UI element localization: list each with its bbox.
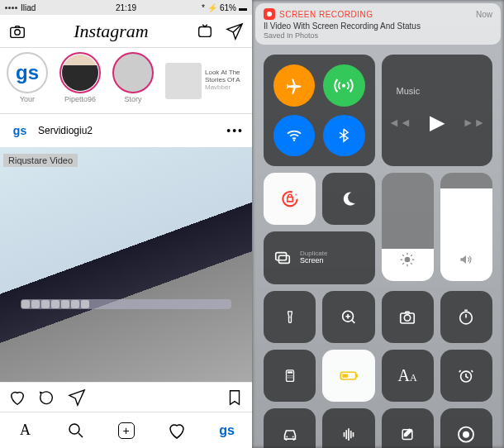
post-image[interactable]: Riqustare Video — [0, 147, 252, 382]
airplane-toggle[interactable] — [273, 64, 315, 107]
brightness-icon — [399, 251, 416, 271]
calculator-button[interactable] — [264, 350, 316, 402]
bottom-nav: A + gs — [0, 412, 252, 448]
stories-row: gs Your Pipetto96 Story Look At The Stor… — [0, 48, 252, 114]
notification-banner[interactable]: SCREEN RECORDING Now Il Video With Scree… — [255, 3, 501, 45]
notes-button[interactable] — [382, 408, 434, 448]
news-text: Look At The Stories Of A Mavbber — [205, 69, 240, 91]
control-center-screen: SCREEN RECORDING Now Il Video With Scree… — [252, 0, 504, 448]
send-icon[interactable] — [226, 22, 244, 41]
status-bar: Iliad 21:19 * ⚡ 61% ▬ — [0, 0, 252, 15]
notif-title: Il Video With Screen Recording And Statu… — [264, 21, 492, 31]
instagram-logo: Instagram — [74, 21, 148, 42]
rotation-lock-toggle[interactable] — [264, 173, 316, 225]
brightness-slider[interactable] — [382, 173, 434, 282]
svg-point-21 — [289, 377, 290, 378]
svg-rect-8 — [276, 252, 287, 260]
notif-subtitle: Saved In Photos — [264, 31, 492, 40]
bluetooth-toggle[interactable] — [323, 115, 364, 155]
play-icon[interactable]: ▶ — [430, 111, 445, 134]
svg-rect-9 — [278, 255, 289, 263]
svg-rect-2 — [199, 26, 212, 36]
svg-point-17 — [288, 375, 288, 376]
nav-search[interactable] — [66, 421, 86, 441]
svg-point-7 — [405, 257, 411, 263]
volume-slider[interactable] — [440, 173, 492, 282]
story-item[interactable]: Story — [112, 52, 154, 109]
screen-mirroring-button[interactable]: Duplicate Screen — [264, 231, 375, 284]
time-label: 21:19 — [86, 3, 167, 12]
dnd-toggle[interactable] — [322, 173, 374, 225]
driving-button[interactable] — [264, 408, 316, 448]
timer-button[interactable] — [440, 291, 492, 343]
cellular-toggle[interactable] — [323, 64, 364, 107]
nav-home[interactable]: A — [16, 421, 36, 441]
nav-activity[interactable] — [167, 421, 187, 441]
news-thumb[interactable] — [165, 63, 202, 99]
bt-icon: * — [202, 3, 205, 12]
svg-point-28 — [292, 436, 293, 438]
post-avatar[interactable]: gs — [8, 119, 31, 142]
svg-rect-16 — [288, 371, 292, 373]
low-power-toggle[interactable] — [322, 350, 374, 402]
screen-record-button[interactable] — [440, 408, 492, 448]
story-your[interactable]: gs Your — [7, 52, 48, 109]
svg-point-22 — [291, 377, 292, 378]
instagram-header: Instagram — [0, 15, 252, 48]
control-center-grid: Music ◄◄ ▶ ►► — [255, 51, 501, 448]
story-pipetto[interactable]: Pipetto96 — [59, 52, 101, 109]
post-header: gs Servidiogiu2 ••• — [0, 114, 252, 147]
svg-point-10 — [289, 317, 291, 318]
camera-button[interactable] — [382, 291, 434, 343]
connectivity-tile — [264, 55, 375, 166]
wifi-toggle[interactable] — [273, 115, 315, 155]
more-icon[interactable]: ••• — [226, 124, 244, 137]
svg-point-19 — [291, 375, 292, 376]
overlay-label: Riqustare Video — [3, 154, 78, 167]
camera-icon[interactable] — [8, 22, 26, 41]
next-icon[interactable]: ►► — [463, 116, 486, 129]
instagram-screen: Iliad 21:19 * ⚡ 61% ▬ Instagram gs Your — [0, 0, 252, 448]
prev-icon[interactable]: ◄◄ — [388, 116, 411, 129]
svg-point-1 — [15, 29, 20, 34]
text-size-button[interactable]: AA — [382, 350, 434, 402]
igtv-icon[interactable] — [196, 22, 214, 41]
voice-memo-button[interactable] — [322, 408, 374, 448]
svg-point-14 — [460, 312, 473, 324]
notif-time: Now — [476, 10, 492, 19]
recording-badge-icon — [264, 8, 275, 20]
post-actions — [0, 382, 252, 412]
magnifier-button[interactable] — [322, 291, 374, 343]
music-label: Music — [397, 86, 421, 96]
battery-label: 61% — [220, 3, 236, 12]
flashlight-button[interactable] — [264, 291, 316, 343]
svg-point-3 — [69, 424, 79, 434]
svg-point-4 — [342, 83, 345, 87]
svg-point-27 — [286, 436, 288, 438]
signal-icon — [5, 7, 17, 9]
svg-point-5 — [293, 140, 295, 141]
svg-rect-25 — [342, 374, 348, 378]
share-icon[interactable] — [68, 388, 86, 407]
svg-point-18 — [289, 375, 290, 376]
svg-point-20 — [288, 377, 288, 378]
svg-point-13 — [404, 315, 410, 321]
music-tile[interactable]: Music ◄◄ ▶ ►► — [382, 55, 493, 166]
svg-point-31 — [463, 431, 469, 438]
notif-app: SCREEN RECORDING — [279, 10, 373, 19]
nav-profile[interactable]: gs — [217, 421, 237, 441]
comment-icon[interactable] — [38, 388, 56, 407]
like-icon[interactable] — [8, 388, 26, 407]
nav-add[interactable]: + — [116, 421, 136, 441]
svg-rect-24 — [356, 374, 358, 378]
volume-icon — [458, 251, 474, 271]
carrier-label: Iliad — [21, 3, 36, 12]
bookmark-icon[interactable] — [226, 388, 244, 407]
alarm-button[interactable] — [440, 350, 492, 402]
post-username[interactable]: Servidiogiu2 — [38, 125, 220, 136]
